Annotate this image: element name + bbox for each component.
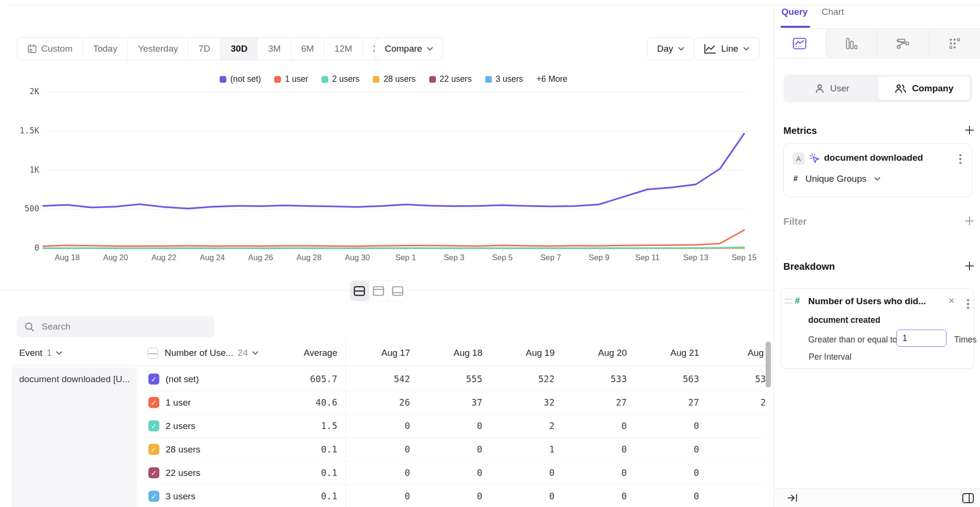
tab-chart[interactable]: Chart (822, 7, 844, 17)
filter-heading: Filter (783, 216, 807, 227)
chart-type-bar-button[interactable] (825, 29, 877, 58)
range-12m[interactable]: 12M (324, 38, 363, 60)
entity-toggle: User Company (783, 75, 972, 102)
y-axis-label: 1.5K (3, 126, 39, 135)
breakdown-per-interval[interactable]: Per Interval (809, 352, 851, 362)
layout-chart-only-button[interactable] (369, 281, 388, 301)
breakdown-title[interactable]: Number of Users who did... (808, 296, 926, 307)
metric-aggregation[interactable]: # Unique Groups (793, 174, 880, 184)
chart-type-stickiness-button[interactable] (928, 29, 980, 58)
range-custom[interactable]: Custom (17, 38, 83, 60)
row-value: 0 (707, 485, 766, 507)
layout-table-only-button[interactable] (388, 281, 407, 301)
y-axis-label: 2K (3, 87, 39, 96)
legend-item[interactable]: (not set) (220, 74, 261, 84)
split-view-icon (354, 286, 365, 296)
tab-query[interactable]: Query (781, 7, 808, 17)
add-metric-button[interactable] (963, 123, 976, 137)
range-today[interactable]: Today (83, 38, 128, 60)
breakdown-event[interactable]: document created (808, 315, 880, 325)
range-7d[interactable]: 7D (189, 38, 221, 60)
chart-type-dropdown[interactable]: Line (694, 37, 759, 60)
chevron-down-icon[interactable] (252, 351, 258, 355)
x-axis-label: Aug 30 (345, 253, 370, 262)
legend-swatch (485, 76, 492, 83)
layout-split-button[interactable] (350, 281, 369, 301)
legend-item[interactable]: 1 user (274, 74, 308, 84)
row-checkbox[interactable]: ✓ (148, 444, 159, 455)
side-panel-icon[interactable] (962, 493, 974, 504)
row-label[interactable]: 2 users (166, 414, 195, 438)
table-scrollbar-thumb[interactable] (766, 342, 771, 387)
metric-event-name[interactable]: document downloaded (824, 153, 923, 163)
row-label[interactable]: 3 users (166, 485, 195, 507)
legend-swatch (220, 76, 226, 83)
row-label[interactable]: 22 users (166, 461, 200, 485)
entity-option-user[interactable]: User (786, 77, 878, 100)
y-axis-label: 500 (3, 204, 39, 213)
row-checkbox[interactable]: ✓ (148, 374, 159, 385)
analytics-dashboard: CustomTodayYesterday7D30D3M6M12MXTD Comp… (0, 0, 980, 507)
top-pane-icon (373, 286, 384, 296)
search-input[interactable] (41, 321, 206, 332)
range-yesterday[interactable]: Yesterday (128, 38, 189, 60)
x-axis-label: Sep 15 (732, 253, 757, 262)
drag-handle-icon[interactable]: —— (785, 297, 792, 304)
row-checkbox[interactable]: ✓ (148, 420, 159, 431)
row-checkbox[interactable]: ✓ (148, 397, 159, 408)
range-3m[interactable]: 3M (258, 38, 291, 60)
row-label[interactable]: (not set) (166, 367, 199, 391)
breakdown-kebab-menu[interactable]: ••• (963, 298, 973, 310)
legend-label: 1 user (285, 74, 308, 84)
row-value: 0 (418, 461, 482, 485)
collapse-panel-icon[interactable] (787, 493, 799, 503)
row-label[interactable]: 1 user (166, 391, 191, 414)
x-axis-label: Aug 28 (297, 253, 322, 262)
legend-item[interactable]: 3 users (485, 74, 523, 84)
row-label[interactable]: 28 users (166, 438, 200, 461)
table-date-columns: Aug 17Aug 18Aug 19Aug 20Aug 21Aug 254255… (346, 341, 766, 507)
event-name-cell[interactable]: document downloaded [U... (11, 367, 137, 507)
chart-legend: (not set)1 user2 users28 users22 users3 … (43, 74, 744, 84)
interval-dropdown[interactable]: Day (647, 37, 694, 60)
metric-kebab-menu[interactable]: ••• (955, 154, 966, 165)
metric-card[interactable]: A document downloaded ••• # Unique Group… (783, 143, 972, 197)
breakdown-condition[interactable]: Greater than or equal to (808, 335, 897, 345)
group-count: 24 (238, 348, 248, 358)
chart-type-line-button[interactable] (774, 29, 825, 58)
line-chart-framed-icon (792, 37, 807, 50)
bottom-pane-icon (392, 286, 403, 296)
range-label: 30D (231, 44, 247, 54)
row-checkbox[interactable]: ✓ (148, 467, 159, 478)
panel-footer (774, 488, 980, 507)
breakdown-value-input[interactable] (896, 330, 947, 347)
legend-swatch (274, 76, 281, 83)
add-breakdown-button[interactable] (963, 259, 976, 273)
series-line (43, 230, 744, 246)
legend-item[interactable]: 28 users (373, 74, 415, 84)
row-value: 0 (562, 438, 627, 461)
layout-toggle-group (350, 280, 407, 301)
legend-item[interactable]: 22 users (429, 74, 472, 84)
range-30d[interactable]: 30D (221, 38, 258, 60)
range-label: 3M (268, 44, 280, 54)
chevron-down-icon (678, 47, 684, 51)
entity-option-company[interactable]: Company (878, 77, 970, 100)
date-column-header: Aug 20 (562, 341, 627, 365)
row-checkbox[interactable]: ✓ (148, 491, 159, 502)
x-axis-label: Sep 13 (683, 253, 708, 262)
event-column-header[interactable]: Event 1 (19, 341, 62, 365)
chart-type-flow-button[interactable] (877, 29, 929, 58)
row-average: 0.1 (266, 485, 337, 507)
add-filter-button[interactable] (963, 214, 976, 228)
legend-more-button[interactable]: +6 More (536, 74, 568, 84)
range-6m[interactable]: 6M (291, 38, 324, 60)
legend-swatch (373, 76, 379, 83)
legend-item[interactable]: 2 users (322, 74, 359, 84)
select-all-checkbox[interactable]: — (147, 348, 158, 359)
close-icon[interactable]: × (948, 295, 955, 307)
calendar-icon (27, 44, 37, 54)
row-value: 563 (635, 367, 699, 391)
compare-button[interactable]: Compare (375, 37, 443, 60)
metric-letter-badge: A (792, 153, 804, 165)
